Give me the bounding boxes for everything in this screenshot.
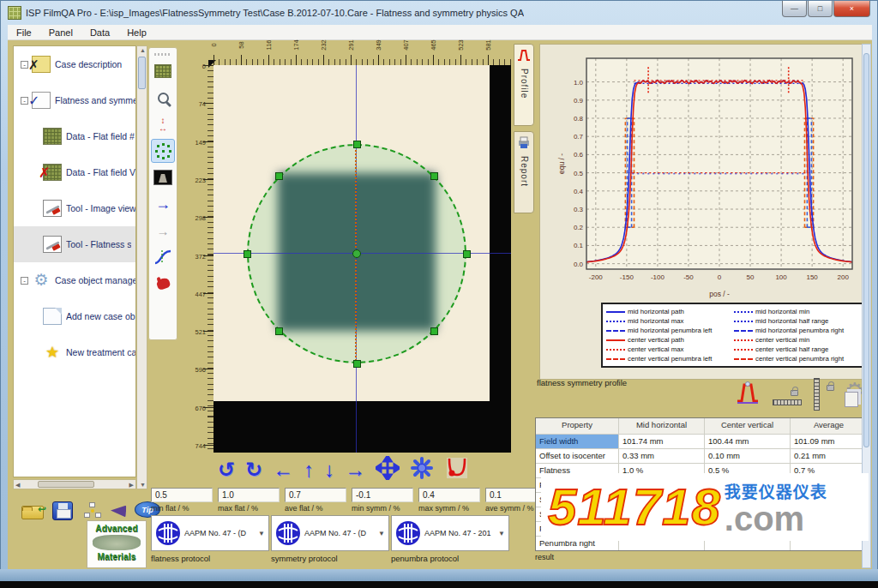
tree-expander[interactable]: - [21, 61, 28, 69]
profile-shape-button[interactable] [735, 380, 761, 409]
tree-item-4[interactable]: Tool - Image view [14, 190, 135, 226]
min-symm-field[interactable]: -0.1 [352, 488, 413, 502]
rotate-cw-button[interactable]: ↻ [245, 459, 262, 481]
response-curve-tool[interactable] [151, 245, 175, 269]
nudge-down-button[interactable]: ↓ [324, 459, 334, 481]
scroll-up-icon[interactable]: ▲ [140, 47, 146, 53]
image-thumbnail-tool[interactable] [151, 59, 175, 83]
scrollbar-thumb[interactable] [38, 481, 94, 488]
h-ruler-label: 174 [292, 38, 300, 53]
menu-file[interactable]: File [8, 27, 40, 38]
wrench-icon [43, 236, 62, 253]
rotate-ccw-button[interactable]: ↺ [218, 459, 235, 481]
diagram-icon [83, 501, 102, 520]
tree-item-7[interactable]: Add new case ob [14, 298, 135, 334]
row-value: 100.44 mm [704, 435, 790, 448]
roi-handle[interactable] [275, 327, 283, 335]
column-header[interactable]: Property [536, 418, 618, 434]
tree-item-1[interactable]: -Flatness and symmetry [14, 82, 135, 118]
roi-handle[interactable] [430, 172, 438, 180]
apply-hand-tool-icon [155, 277, 171, 291]
lock-vertical-button[interactable] [812, 378, 834, 411]
profile-shape-button[interactable] [444, 456, 470, 484]
max-symm-field[interactable]: 0.4 [418, 488, 480, 502]
arrow-back-tool[interactable]: → [151, 219, 175, 243]
column-header[interactable]: Center vertical [704, 418, 790, 434]
close-button[interactable]: × [833, 1, 870, 17]
tree-item-0[interactable]: -Case description [14, 46, 135, 82]
workflow-button[interactable] [83, 501, 102, 520]
scrollbar-thumb[interactable] [863, 53, 869, 447]
vertical-ruler[interactable]: 074149223298372447521596670744 [196, 65, 213, 453]
v-ruler-label: 596 [195, 366, 206, 374]
row-value: 101.09 mm [790, 435, 867, 448]
roi-handle[interactable] [430, 327, 438, 335]
maximize-button[interactable]: □ [808, 1, 833, 17]
menu-data[interactable]: Data [81, 27, 118, 38]
gear-icon: ⚙ [32, 272, 51, 289]
table-row[interactable]: Offset to isocenter0.33 mm0.10 mm0.21 mm [536, 448, 867, 463]
tab-report[interactable]: Report [514, 131, 534, 213]
tree-item-8[interactable]: ★New treatment ca [14, 334, 135, 370]
legend-label: mid horizontal path [628, 308, 684, 315]
move-free-button[interactable] [376, 456, 400, 484]
zoom-tool[interactable] [151, 86, 175, 110]
lock-horizontal-button[interactable] [773, 388, 802, 407]
scroll-right-icon[interactable]: ▶ [129, 482, 134, 489]
tree-horizontal-scrollbar[interactable]: ◀ ▶ [13, 479, 136, 489]
tab-profile[interactable]: Profile [514, 44, 534, 126]
symmetry-protocol-select[interactable]: AAPM No. 47 - (D▼ [271, 515, 389, 551]
min-flat-field[interactable]: 0.5 [151, 488, 213, 502]
tree-vertical-scrollbar[interactable]: ▲ ▼ [136, 45, 147, 489]
scroll-left-icon[interactable]: ◀ [15, 482, 20, 489]
column-header[interactable]: Mid horizontal [618, 418, 704, 434]
tree-expander[interactable]: - [21, 277, 28, 285]
horizontal-ruler[interactable]: 058116174232291349407465523581 [198, 40, 512, 65]
table-row[interactable]: Field width101.74 mm100.44 mm101.09 mm [536, 434, 867, 448]
nudge-right-button[interactable]: → [345, 459, 365, 481]
roi-handle[interactable] [463, 250, 471, 258]
roi-center-handle[interactable] [352, 249, 361, 258]
roi-handle[interactable] [353, 141, 361, 148]
protocol-value: AAPM No. 47 - (D [304, 529, 378, 537]
metric-3: -0.1min symm / % [352, 488, 413, 513]
tree-item-3[interactable]: Data - Flat field V [14, 154, 135, 190]
tree-item-2[interactable]: Data - Flat field # [14, 118, 135, 154]
apply-hand-tool[interactable] [151, 272, 175, 296]
roi-handle[interactable] [244, 250, 251, 258]
nudge-up-button[interactable]: ↑ [304, 459, 314, 481]
menu-help[interactable]: Help [118, 27, 155, 38]
max-flat-field[interactable]: 1.0 [218, 488, 280, 502]
open-case-button[interactable]: ↩ [21, 501, 44, 519]
film-image-view[interactable] [213, 65, 511, 453]
svg-text:50: 50 [747, 273, 755, 281]
lock-icon [791, 390, 798, 396]
nudge-left-button[interactable]: ← [273, 459, 293, 481]
title-bar[interactable]: ISP FilmQA Pro - E:\isp_Images\FlatnessS… [1, 1, 877, 25]
tree-expander[interactable]: - [21, 97, 28, 105]
legend-line-sample [606, 358, 625, 360]
purple-arrow-icon [111, 505, 127, 518]
menu-panel[interactable]: Panel [40, 27, 81, 38]
profile-preview-tool[interactable] [151, 165, 175, 189]
roi-handle[interactable] [353, 360, 361, 368]
flatness-protocol-select[interactable]: AAPM No. 47 - (D▼ [151, 515, 269, 551]
roi-handle[interactable] [275, 172, 283, 180]
column-header[interactable]: Average [790, 418, 867, 434]
minimize-button[interactable]: — [782, 1, 807, 17]
tab-label: Report [520, 156, 529, 187]
tree-item-5[interactable]: Tool - Flatness s [14, 226, 135, 262]
jump-button[interactable] [111, 505, 126, 517]
row-value: 101.74 mm [618, 435, 704, 448]
scrollbar-thumb[interactable] [138, 57, 146, 89]
scroll-down-icon[interactable]: ▼ [140, 482, 146, 488]
save-case-button[interactable] [52, 501, 73, 520]
legend-label: mid horizontal half range [755, 317, 828, 325]
circle-region-tool[interactable] [151, 139, 175, 163]
arrow-forward-tool[interactable]: → [151, 192, 175, 216]
marker-tool[interactable]: ↕↔ [151, 112, 175, 136]
auto-align-button[interactable] [410, 456, 434, 484]
tree-item-6[interactable]: -⚙Case object manageme [14, 262, 135, 298]
penumbra-protocol-select[interactable]: AAPM No. 47 - 201▼ [391, 515, 509, 551]
ave-flat-field[interactable]: 0.7 [285, 488, 346, 502]
